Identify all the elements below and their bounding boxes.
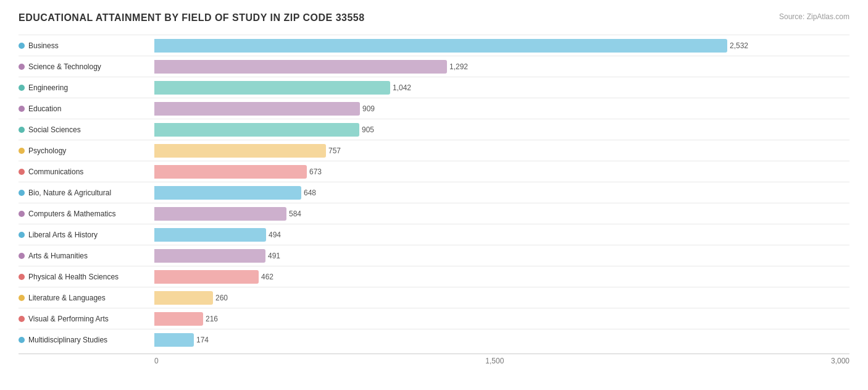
bar-dot <box>19 253 25 259</box>
bar-label: Psychology <box>19 146 154 155</box>
bar-fill <box>154 249 265 263</box>
bar-dot <box>19 337 25 343</box>
bar-row: Engineering1,042 <box>19 77 849 98</box>
bar-fill <box>154 291 213 305</box>
bar-fill <box>154 165 307 179</box>
bar-row: Bio, Nature & Agricultural648 <box>19 182 849 203</box>
bar-container: 174 <box>154 333 849 347</box>
bar-label-text: Communications <box>28 167 83 176</box>
bar-label: Visual & Performing Arts <box>19 315 154 323</box>
bar-dot <box>19 316 25 322</box>
bar-label: Education <box>19 104 154 113</box>
bar-value: 216 <box>206 315 218 323</box>
bar-label-text: Arts & Humanities <box>28 252 88 260</box>
bar-container: 648 <box>154 186 849 200</box>
bar-dot <box>19 64 25 70</box>
x-axis-label: 3,000 <box>831 357 849 365</box>
x-axis-labels: 01,5003,000 <box>154 357 849 365</box>
bar-value: 1,042 <box>393 83 411 92</box>
bar-label: Science & Technology <box>19 62 154 71</box>
source-text: Source: ZipAtlas.com <box>779 12 849 21</box>
bar-container: 905 <box>154 123 849 137</box>
bar-container: 462 <box>154 270 849 284</box>
bar-fill <box>154 39 727 53</box>
bar-label: Liberal Arts & History <box>19 231 154 239</box>
bar-dot <box>19 211 25 217</box>
bar-label-text: Social Sciences <box>28 125 81 134</box>
bar-fill <box>154 186 301 200</box>
bar-dot <box>19 43 25 49</box>
bar-label-text: Science & Technology <box>28 62 101 71</box>
bar-value: 494 <box>269 231 281 239</box>
x-axis-label: 1,500 <box>485 357 504 365</box>
bar-container: 2,532 <box>154 39 849 53</box>
bar-fill <box>154 333 194 347</box>
bar-row: Computers & Mathematics584 <box>19 203 849 224</box>
bar-fill <box>154 60 447 74</box>
bar-value: 673 <box>309 167 322 176</box>
bar-fill <box>154 312 203 326</box>
bar-dot <box>19 127 25 133</box>
bar-container: 1,292 <box>154 60 849 74</box>
bar-label: Business <box>19 41 154 50</box>
bar-fill <box>154 207 286 221</box>
bar-row: Social Sciences905 <box>19 119 849 140</box>
bar-value: 757 <box>328 146 341 155</box>
bar-label: Literature & Languages <box>19 294 154 302</box>
bar-label: Communications <box>19 167 154 176</box>
bar-dot <box>19 148 25 154</box>
bar-row: Communications673 <box>19 161 849 182</box>
bar-dot <box>19 106 25 112</box>
bar-row: Liberal Arts & History494 <box>19 224 849 245</box>
x-axis-label: 0 <box>154 357 159 365</box>
bar-label-text: Computers & Mathematics <box>28 210 115 218</box>
bar-value: 648 <box>304 189 316 197</box>
bar-dot <box>19 232 25 238</box>
bar-fill <box>154 228 266 242</box>
bar-label-text: Psychology <box>28 146 66 155</box>
bar-value: 491 <box>268 252 280 260</box>
bar-label-text: Physical & Health Sciences <box>28 273 119 281</box>
bar-row: Science & Technology1,292 <box>19 56 849 77</box>
bar-row: Multidisciplinary Studies174 <box>19 329 849 350</box>
bar-label: Physical & Health Sciences <box>19 273 154 281</box>
bar-container: 491 <box>154 249 849 263</box>
bar-row: Business2,532 <box>19 35 849 56</box>
bar-row: Arts & Humanities491 <box>19 245 849 266</box>
bar-value: 584 <box>289 210 301 218</box>
bar-value: 905 <box>362 125 374 134</box>
bar-row: Literature & Languages260 <box>19 287 849 308</box>
bar-container: 216 <box>154 312 849 326</box>
bar-dot <box>19 190 25 196</box>
bar-label: Multidisciplinary Studies <box>19 336 154 344</box>
bar-dot <box>19 85 25 91</box>
bar-fill <box>154 102 360 116</box>
bar-container: 673 <box>154 165 849 179</box>
bar-label-text: Liberal Arts & History <box>28 231 98 239</box>
bar-container: 757 <box>154 144 849 158</box>
bar-label-text: Bio, Nature & Agricultural <box>28 189 111 197</box>
bar-value: 1,292 <box>449 62 468 71</box>
bar-label-text: Visual & Performing Arts <box>28 315 109 323</box>
bar-container: 494 <box>154 228 849 242</box>
bar-value: 462 <box>261 273 273 281</box>
bar-row: Psychology757 <box>19 140 849 161</box>
bar-value: 260 <box>215 294 228 302</box>
bar-row: Visual & Performing Arts216 <box>19 308 849 329</box>
bar-label: Computers & Mathematics <box>19 210 154 218</box>
chart-area: Business2,532Science & Technology1,292En… <box>19 35 849 350</box>
bar-container: 1,042 <box>154 81 849 95</box>
bar-dot <box>19 295 25 301</box>
bar-label: Social Sciences <box>19 125 154 134</box>
bar-label: Bio, Nature & Agricultural <box>19 189 154 197</box>
bar-dot <box>19 274 25 280</box>
bar-row: Physical & Health Sciences462 <box>19 266 849 287</box>
bar-value: 2,532 <box>730 41 748 50</box>
bar-container: 260 <box>154 291 849 305</box>
chart-title: EDUCATIONAL ATTAINMENT BY FIELD OF STUDY… <box>19 12 365 23</box>
bar-label-text: Literature & Languages <box>28 294 106 302</box>
bar-fill <box>154 123 359 137</box>
bar-label-text: Multidisciplinary Studies <box>28 336 107 344</box>
bar-container: 584 <box>154 207 849 221</box>
bar-label: Engineering <box>19 83 154 92</box>
